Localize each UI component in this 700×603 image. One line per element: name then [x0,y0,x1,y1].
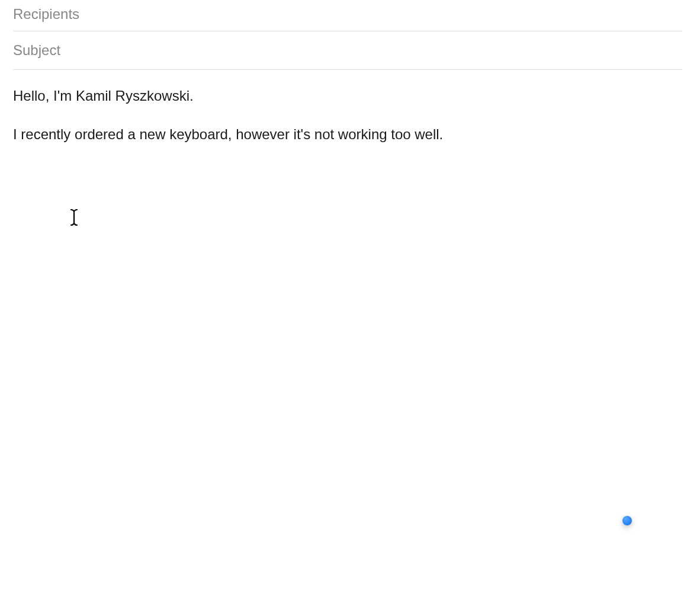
subject-row [13,31,682,70]
recipients-row [13,0,682,31]
floating-action-dot[interactable] [622,516,632,525]
subject-input[interactable] [13,42,682,59]
recipients-input[interactable] [13,6,682,23]
email-body-input[interactable]: Hello, I'm Kamil Ryszkowski. I recently … [13,70,682,485]
compose-window: Hello, I'm Kamil Ryszkowski. I recently … [0,0,700,603]
